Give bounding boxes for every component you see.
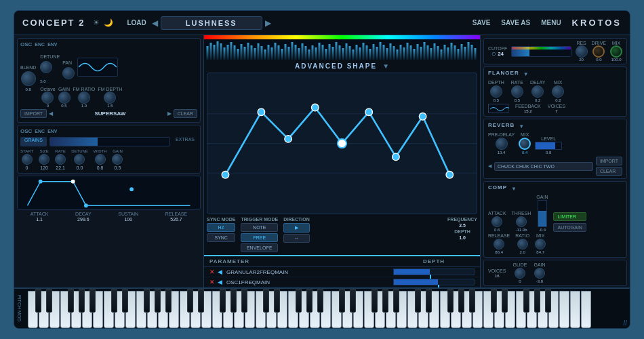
param-remove-0[interactable]: ✕ — [209, 268, 215, 275]
menu-button[interactable]: MENU — [541, 19, 561, 26]
osc2-gain-knob[interactable] — [112, 154, 123, 165]
comp-title: COMP — [488, 184, 507, 191]
rate-knob[interactable] — [55, 154, 66, 165]
free-button[interactable]: FREE — [241, 233, 278, 242]
black-key[interactable] — [220, 289, 226, 313]
flanger-mix-knob[interactable] — [552, 85, 564, 98]
blend-knob[interactable] — [21, 71, 36, 86]
black-key[interactable] — [46, 289, 52, 313]
black-key[interactable] — [545, 289, 551, 313]
black-key[interactable] — [447, 289, 454, 313]
res-knob[interactable] — [576, 45, 588, 58]
black-key[interactable] — [382, 289, 388, 313]
reverb-expand-icon[interactable]: ▼ — [519, 123, 524, 129]
pingpong-button[interactable]: ↔ — [283, 234, 310, 243]
comp-release-knob[interactable] — [494, 239, 504, 250]
param-arrow-1[interactable]: ◀ — [218, 279, 222, 285]
drive-knob[interactable] — [592, 45, 605, 58]
pre-delay-knob[interactable] — [496, 138, 508, 150]
black-key[interactable] — [371, 289, 378, 313]
gain-knob[interactable] — [58, 92, 71, 104]
flanger-delay-knob[interactable] — [531, 85, 544, 98]
black-key[interactable] — [393, 289, 399, 313]
shape-title: ADVANCED SHAPE — [295, 62, 377, 70]
shape-collapse-button[interactable]: ▼ — [382, 62, 389, 70]
black-key[interactable] — [241, 289, 247, 313]
reverb-arrow-left[interactable]: ◀ — [488, 163, 491, 169]
black-key[interactable] — [426, 289, 432, 313]
black-key[interactable] — [534, 289, 540, 313]
black-key[interactable] — [165, 289, 172, 313]
black-key[interactable] — [350, 289, 356, 313]
black-key[interactable] — [274, 289, 280, 313]
black-key[interactable] — [317, 289, 323, 313]
envelope-button[interactable]: ENVELOPE — [241, 243, 278, 252]
black-key[interactable] — [523, 289, 529, 313]
comp-ratio-knob[interactable] — [517, 239, 528, 250]
svg-rect-46 — [349, 46, 351, 60]
flanger-rate-knob[interactable] — [511, 85, 523, 98]
white-key[interactable] — [559, 291, 569, 328]
black-key[interactable] — [306, 289, 313, 313]
black-key[interactable] — [79, 289, 85, 313]
sync-button[interactable]: SYNC — [207, 233, 235, 242]
fm-depth-knob[interactable] — [104, 92, 116, 104]
black-key[interactable] — [458, 289, 464, 313]
detune-knob[interactable] — [40, 61, 52, 73]
import-button[interactable]: IMPORT — [20, 109, 47, 118]
note-button[interactable]: NOTE — [241, 223, 278, 232]
black-key[interactable] — [230, 289, 237, 313]
black-key[interactable] — [502, 289, 508, 313]
black-key[interactable] — [144, 289, 150, 313]
autogain-button[interactable]: AUTOGAIN — [553, 223, 586, 232]
reverb-clear-button[interactable]: CLEAR — [596, 167, 622, 176]
flanger-expand-icon[interactable]: ▼ — [523, 71, 529, 77]
pan-knob[interactable] — [62, 67, 75, 79]
comp-mix-knob[interactable] — [535, 239, 546, 250]
next-preset-button[interactable]: ▶ — [265, 18, 271, 28]
forward-button[interactable]: ▶ — [283, 223, 310, 233]
prev-preset-button[interactable]: ◀ — [152, 18, 158, 28]
hz-button[interactable]: HZ — [207, 223, 235, 232]
glide-knob[interactable] — [515, 268, 525, 279]
black-key[interactable] — [469, 289, 475, 313]
mix-knob[interactable] — [610, 45, 622, 58]
black-key[interactable] — [415, 289, 421, 313]
black-key[interactable] — [187, 289, 193, 313]
clear-button[interactable]: CLEAR — [174, 109, 197, 118]
reverb-import-button[interactable]: IMPORT — [596, 157, 622, 165]
reverb-mix-knob[interactable] — [519, 138, 531, 150]
black-key[interactable] — [35, 289, 41, 313]
flanger-depth-knob[interactable] — [490, 85, 502, 98]
octave-knob[interactable] — [41, 92, 54, 104]
black-key[interactable] — [339, 289, 345, 313]
osc2-detune-knob[interactable] — [74, 154, 85, 165]
white-key[interactable] — [581, 291, 591, 328]
save-button[interactable]: SAVE — [472, 19, 491, 26]
load-button[interactable]: LOAD — [127, 19, 146, 26]
width-knob[interactable] — [95, 154, 106, 165]
black-key[interactable] — [198, 289, 204, 313]
black-key[interactable] — [296, 289, 302, 313]
comp-attack-knob[interactable] — [491, 216, 502, 227]
comp-thresh-knob[interactable] — [516, 216, 527, 227]
black-key[interactable] — [263, 289, 269, 313]
black-key[interactable] — [68, 289, 74, 313]
start-knob[interactable] — [22, 154, 33, 165]
fm-ratio-knob[interactable] — [78, 92, 90, 104]
white-key[interactable] — [570, 291, 580, 328]
save-as-button[interactable]: SAVE AS — [501, 19, 530, 26]
param-arrow-0[interactable]: ◀ — [218, 268, 222, 275]
black-key[interactable] — [491, 289, 497, 313]
limiter-button[interactable]: LIMITER — [553, 212, 586, 221]
keyboard[interactable] — [28, 289, 607, 328]
param-remove-1[interactable]: ✕ — [209, 279, 215, 285]
comp-expand-icon[interactable]: ▼ — [511, 186, 517, 192]
reverb-mix-value: 0.4 — [522, 151, 527, 155]
black-key[interactable] — [111, 289, 117, 313]
gain-bottom-knob[interactable] — [534, 268, 545, 279]
size-knob[interactable] — [39, 154, 49, 165]
black-key[interactable] — [155, 289, 161, 313]
black-key[interactable] — [122, 289, 128, 313]
black-key[interactable] — [89, 289, 96, 313]
